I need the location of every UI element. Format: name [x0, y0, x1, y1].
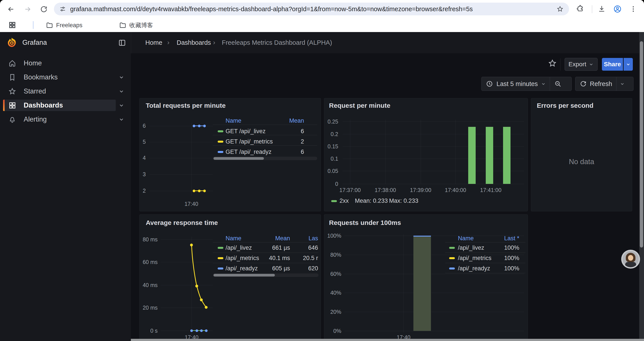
- legend-scrollbar-thumb[interactable]: [214, 274, 275, 276]
- sidebar-item-starred[interactable]: Starred: [0, 86, 131, 97]
- series-color-pill[interactable]: [218, 257, 223, 259]
- sidebar-toggle-icon[interactable]: [118, 39, 126, 47]
- site-settings-icon[interactable]: [60, 6, 66, 12]
- legend-name[interactable]: /api/_readyz: [458, 265, 490, 272]
- refresh-label[interactable]: Refresh: [590, 80, 612, 88]
- legend-header-name[interactable]: Name: [458, 235, 474, 242]
- bookmark-folder-blogs[interactable]: 收藏博客: [116, 21, 156, 30]
- data-point[interactable]: [200, 329, 203, 332]
- bookmark-label: 收藏博客: [129, 21, 153, 29]
- share-button[interactable]: Share: [602, 58, 623, 71]
- brand-name[interactable]: Grafana: [22, 39, 47, 47]
- sidebar-item-home[interactable]: Home: [0, 58, 131, 69]
- zoom-out-icon[interactable]: [554, 80, 561, 87]
- data-point[interactable]: [190, 244, 193, 246]
- legend-name[interactable]: /api/_metrics: [226, 255, 259, 261]
- sidebar-item-alerting[interactable]: Alerting: [0, 114, 131, 125]
- data-point[interactable]: [196, 329, 198, 332]
- page-scrollbar-thumb[interactable]: [640, 41, 643, 247]
- series-color-pill[interactable]: [331, 200, 337, 202]
- export-button[interactable]: Export: [565, 58, 598, 71]
- address-bar[interactable]: grafana.mathmast.com/d/deytv4rwavabkb/fr…: [54, 3, 569, 15]
- download-icon[interactable]: [598, 5, 606, 13]
- legend-scrollbar[interactable]: [213, 157, 317, 160]
- bar-2xx[interactable]: [503, 127, 510, 184]
- data-point[interactable]: [205, 306, 208, 309]
- legend-header-mean[interactable]: Mean: [271, 117, 304, 124]
- profile-icon[interactable]: [613, 5, 622, 13]
- series-color-pill[interactable]: [218, 247, 223, 249]
- horizontal-scrollbar[interactable]: [131, 339, 644, 341]
- time-range-label[interactable]: Last 5 minutes: [496, 80, 538, 88]
- series-color-pill[interactable]: [449, 247, 455, 249]
- data-point[interactable]: [195, 285, 198, 287]
- legend-header-name[interactable]: Name: [226, 235, 241, 242]
- bookmark-star-icon[interactable]: [557, 6, 563, 12]
- sidebar-item-dashboards[interactable]: Dashboards: [0, 100, 131, 111]
- panel-total-requests-per-minute[interactable]: Total requests per minute 6 5 4 3 2 17:4…: [140, 98, 321, 211]
- legend-name[interactable]: GET /api/_livez: [226, 128, 266, 135]
- chevron-down-icon[interactable]: [118, 103, 124, 108]
- forward-icon[interactable]: [24, 5, 32, 13]
- series-color-pill[interactable]: [449, 267, 455, 269]
- series-color-pill[interactable]: [218, 267, 223, 269]
- data-point[interactable]: [193, 190, 195, 192]
- data-point[interactable]: [198, 190, 200, 192]
- legend-name[interactable]: GET /api/_readyz: [226, 149, 272, 155]
- legend-mean: 40.1 ms: [258, 255, 290, 261]
- legend-scrollbar-thumb[interactable]: [214, 157, 264, 160]
- action-divider: [560, 58, 560, 71]
- sidebar-item-bookmarks[interactable]: Bookmarks: [0, 72, 131, 83]
- bookmark-folder-freeleaps[interactable]: Freeleaps: [43, 21, 86, 30]
- grafana-logo[interactable]: [6, 37, 18, 48]
- legend-header-last[interactable]: Las: [294, 235, 318, 242]
- chevron-down-icon[interactable]: [541, 81, 546, 86]
- legend-header-mean[interactable]: Mean: [258, 235, 290, 242]
- breadcrumb-dashboards[interactable]: Dashboards: [177, 39, 211, 46]
- data-point[interactable]: [193, 125, 195, 127]
- url-text[interactable]: grafana.mathmast.com/d/deytv4rwavabkb/fr…: [70, 3, 554, 15]
- data-point[interactable]: [198, 125, 200, 127]
- panel-errors-per-second[interactable]: Errors per second No data: [531, 98, 632, 211]
- share-menu-button[interactable]: [624, 58, 633, 71]
- floating-assistant-avatar[interactable]: [621, 250, 640, 269]
- data-point[interactable]: [203, 125, 206, 127]
- legend-header-name[interactable]: Name: [226, 117, 241, 124]
- back-icon[interactable]: [7, 5, 15, 13]
- extensions-icon[interactable]: [576, 5, 584, 13]
- group-divider: [616, 77, 616, 91]
- bar-2xx[interactable]: [486, 127, 493, 184]
- data-point[interactable]: [190, 329, 193, 332]
- legend-name[interactable]: /api/_readyz: [226, 265, 258, 272]
- apps-grid-icon[interactable]: [8, 21, 16, 29]
- favorite-star-icon[interactable]: [548, 59, 557, 68]
- bar-2xx[interactable]: [468, 127, 476, 184]
- legend-last: 100%: [486, 255, 519, 261]
- data-point[interactable]: [205, 329, 208, 332]
- panel-request-per-minute[interactable]: Request per minute 0.25 0.2 0.15 0.1 0.0…: [324, 98, 528, 211]
- browser-menu-icon[interactable]: [630, 5, 637, 13]
- bar-under-100ms[interactable]: [414, 237, 431, 331]
- toolbar-divider: [592, 5, 592, 13]
- series-color-pill[interactable]: [218, 141, 223, 143]
- chevron-down-icon[interactable]: [118, 117, 124, 122]
- series-color-pill[interactable]: [218, 151, 223, 153]
- legend-name[interactable]: GET /api/_metrics: [226, 138, 273, 145]
- legend-header-last[interactable]: Last *: [490, 235, 519, 242]
- legend-scrollbar[interactable]: [213, 273, 318, 277]
- series-color-pill[interactable]: [449, 257, 455, 259]
- series-color-pill[interactable]: [218, 130, 223, 132]
- data-point[interactable]: [203, 190, 206, 192]
- breadcrumb-separator: ›: [167, 39, 170, 46]
- reload-icon[interactable]: [40, 5, 48, 13]
- data-point[interactable]: [200, 298, 203, 301]
- panel-average-response-time[interactable]: Average response time 80 ms 60 ms 40 ms …: [140, 214, 321, 341]
- chevron-down-icon[interactable]: [118, 88, 124, 94]
- legend-name[interactable]: /api/_livez: [458, 244, 484, 251]
- legend-series[interactable]: 2xx: [340, 197, 349, 204]
- breadcrumb-home[interactable]: Home: [145, 39, 162, 46]
- chevron-down-icon[interactable]: [118, 74, 124, 80]
- chevron-down-icon[interactable]: [620, 81, 625, 86]
- panel-requests-under-100ms[interactable]: Requests under 100ms 100% 80% 60% 40% 20…: [324, 214, 528, 341]
- legend-name[interactable]: /api/_livez: [226, 244, 252, 251]
